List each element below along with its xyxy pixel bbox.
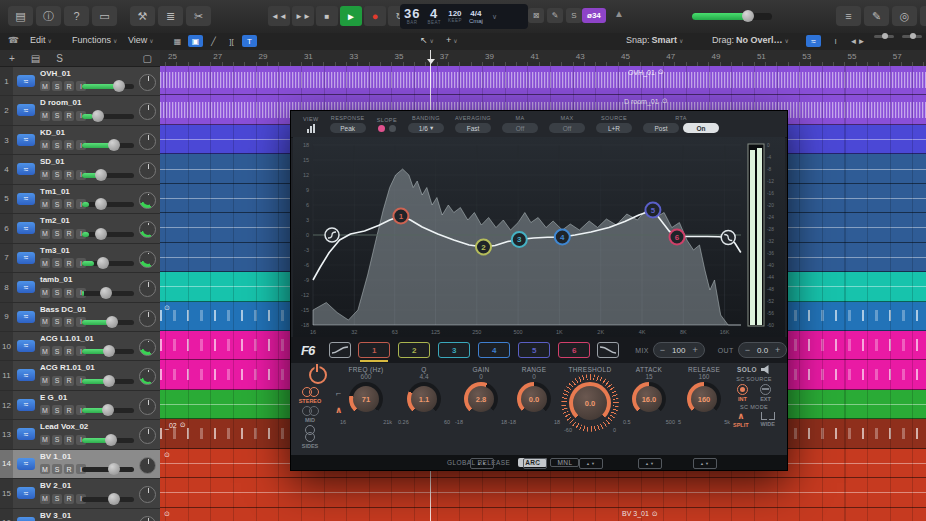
knob-range[interactable]: RANGE00.0-1818: [506, 366, 562, 425]
r-button[interactable]: R: [64, 435, 74, 445]
s-button[interactable]: S: [52, 258, 62, 268]
metronome-icon[interactable]: ▲: [614, 8, 624, 19]
m-button[interactable]: M: [40, 81, 50, 91]
knob-dial[interactable]: 0.0: [517, 382, 551, 416]
bar-ruler[interactable]: 2527293133353739414345474951535557: [160, 50, 926, 67]
stepper-control[interactable]: ▲▼: [693, 458, 717, 469]
r-button[interactable]: R: [64, 199, 74, 209]
band-2-button[interactable]: 2: [398, 342, 430, 358]
solo-mode-icon[interactable]: S: [566, 8, 582, 23]
toolbox-icon[interactable]: ⚒: [130, 6, 155, 26]
eq-graph[interactable]: 1815129630-3-6-9-12-15-18163263125250500…: [293, 137, 785, 337]
volume-slider[interactable]: [82, 379, 134, 384]
s-button[interactable]: S: [52, 346, 62, 356]
track-stack-icon[interactable]: ▤: [31, 53, 40, 64]
band-3-node[interactable]: 3: [512, 232, 527, 247]
volume-knob[interactable]: [95, 169, 107, 181]
tool-phone-icon[interactable]: ☎: [8, 35, 19, 45]
lpf-band-button[interactable]: [597, 342, 619, 358]
volume-knob[interactable]: [108, 463, 120, 475]
r-button[interactable]: R: [64, 494, 74, 504]
knob-dial[interactable]: 2.8: [464, 382, 498, 416]
pan-knob[interactable]: [139, 162, 156, 179]
catch-playhead-icon[interactable]: T: [242, 35, 257, 47]
search-icon[interactable]: ◎: [892, 6, 917, 26]
info-icon[interactable]: ⓘ: [36, 6, 61, 26]
mid-mode-button[interactable]: MID: [295, 406, 325, 423]
out-minus-button[interactable]: −: [745, 346, 750, 355]
band-2-node[interactable]: 2: [476, 240, 491, 255]
pan-knob[interactable]: [139, 251, 156, 268]
speaker-icon[interactable]: [761, 365, 771, 374]
sides-mode-button[interactable]: SIDES: [295, 425, 325, 449]
track-row[interactable]: 6≈Tm2_01MSRI: [0, 214, 160, 243]
r-button[interactable]: R: [64, 229, 74, 239]
knob-dial[interactable]: 16.0: [632, 382, 666, 416]
stereo-mode-button[interactable]: STEREO: [295, 387, 325, 404]
slope-on-dot[interactable]: [378, 125, 385, 132]
s-button[interactable]: S: [52, 81, 62, 91]
r-button[interactable]: R: [64, 81, 74, 91]
r-button[interactable]: R: [64, 170, 74, 180]
rewind-button[interactable]: ◄◄: [268, 6, 290, 26]
help-icon[interactable]: ?: [64, 6, 89, 26]
snap-selector[interactable]: Snap:Smart∨: [626, 35, 683, 45]
s-button[interactable]: S: [52, 494, 62, 504]
pan-knob[interactable]: [139, 427, 156, 444]
pointer-tool-icon[interactable]: ↖∨: [420, 35, 434, 45]
pan-knob[interactable]: [139, 486, 156, 503]
track-row[interactable]: 1≈OVH_01MSRI: [0, 67, 160, 96]
pan-knob[interactable]: [139, 310, 156, 327]
track-row[interactable]: 16≈BV 3_01MSRI: [0, 509, 160, 521]
add-track-button[interactable]: +: [9, 53, 15, 64]
knob-dial[interactable]: 71: [349, 382, 383, 416]
volume-slider[interactable]: [82, 143, 134, 148]
volume-knob[interactable]: [95, 198, 107, 210]
mnl-button[interactable]: MNL: [550, 458, 579, 467]
track-row[interactable]: 5≈Tm1_01MSRI: [0, 185, 160, 214]
track-row[interactable]: 14≈BV 1_01MSRI: [0, 450, 160, 479]
count-badge[interactable]: ø34: [582, 8, 606, 23]
volume-knob[interactable]: [113, 80, 125, 92]
band-6-button[interactable]: 6: [558, 342, 590, 358]
knob-threshold[interactable]: THRESHOLD0.0-600: [562, 366, 618, 433]
band-1-node[interactable]: 1: [393, 209, 408, 224]
s-button[interactable]: S: [52, 288, 62, 298]
banding-selector[interactable]: 1/6▾: [408, 123, 444, 133]
r-button[interactable]: R: [64, 464, 74, 474]
playhead-marker[interactable]: [427, 59, 435, 68]
drag-selector[interactable]: Drag:No Overl…∨: [712, 35, 789, 45]
volume-knob[interactable]: [742, 10, 754, 22]
browsers-icon[interactable]: ▣: [920, 6, 926, 26]
volume-knob[interactable]: [95, 228, 107, 240]
track-header-config-icon[interactable]: ▢: [143, 53, 152, 64]
forward-button[interactable]: ►►: [292, 6, 314, 26]
midi-view-icon[interactable]: ▣: [188, 35, 203, 47]
sc-mode-wide-button[interactable]: WIDE: [761, 412, 775, 428]
track-row[interactable]: 9≈Bass DC_01MSRI: [0, 303, 160, 332]
ma-selector[interactable]: Off: [502, 123, 538, 133]
r-button[interactable]: R: [64, 288, 74, 298]
lcd-display[interactable]: 36BAR 4BEAT 120KEEP 4/4Cmaj ∨: [400, 4, 528, 29]
response-selector[interactable]: Peak: [330, 123, 366, 133]
volume-slider[interactable]: [82, 349, 134, 354]
volume-slider[interactable]: [82, 202, 134, 207]
list-editors-icon[interactable]: ≡: [836, 6, 861, 26]
record-button[interactable]: ●: [364, 6, 386, 26]
rta-on-button[interactable]: On: [683, 123, 719, 133]
s-button[interactable]: S: [52, 317, 62, 327]
band-1-button[interactable]: 1: [358, 342, 390, 358]
master-volume-slider[interactable]: [692, 13, 772, 20]
r-button[interactable]: R: [64, 317, 74, 327]
track-row[interactable]: 4≈SD_01MSRI: [0, 155, 160, 184]
menu-view[interactable]: View∨: [128, 35, 154, 45]
pan-knob[interactable]: [139, 221, 156, 238]
band-5-node[interactable]: 5: [645, 203, 660, 218]
out-plus-button[interactable]: +: [775, 346, 780, 355]
pan-knob[interactable]: [139, 339, 156, 356]
track-row[interactable]: 2≈D room_01MSRI: [0, 96, 160, 125]
m-button[interactable]: M: [40, 376, 50, 386]
track-row[interactable]: 10≈ACG L1.01_01MSRI: [0, 332, 160, 361]
m-button[interactable]: M: [40, 346, 50, 356]
pencil-icon[interactable]: ✎: [547, 8, 563, 23]
